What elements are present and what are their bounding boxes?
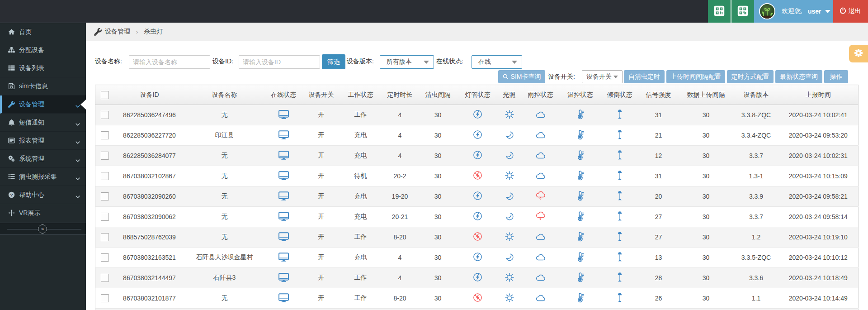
cogs-icon xyxy=(8,155,15,162)
topbar-right: 欢迎您, user 退出 xyxy=(708,0,868,23)
col-header: 雨控状态 xyxy=(521,85,561,105)
col-header: 在线状态 xyxy=(264,85,303,105)
moon-icon xyxy=(505,150,514,162)
bolt-on-icon xyxy=(473,252,482,263)
cell-rain xyxy=(521,166,561,186)
device-id-input[interactable] xyxy=(239,55,320,69)
filter-button[interactable]: 筛选 xyxy=(322,54,345,69)
device-name-input[interactable] xyxy=(129,55,210,69)
cell-signal: 20 xyxy=(639,186,678,207)
col-header: 定时时长 xyxy=(382,85,419,105)
cell-clean_interval: 30 xyxy=(419,268,458,288)
cell-light xyxy=(498,166,521,186)
auto-clean-timer-button[interactable]: 自清虫定时 xyxy=(624,70,665,83)
row-checkbox[interactable] xyxy=(101,294,109,302)
cell-upload_interval: 30 xyxy=(678,166,734,186)
cell-clean_interval: 30 xyxy=(419,186,458,207)
moon-icon xyxy=(505,130,514,141)
bolt-off-icon xyxy=(473,293,482,304)
col-header: 设备版本 xyxy=(734,85,778,105)
cloud-icon xyxy=(535,130,546,141)
floor-lamp-icon xyxy=(617,129,623,142)
sidebar-item-设备管理[interactable]: 设备管理 xyxy=(0,95,86,114)
col-header: 设备开关 xyxy=(303,85,340,105)
device-switch-label: 设备开关: xyxy=(548,73,575,81)
cell-id: 862285036247496 xyxy=(114,105,185,125)
upload-interval-config-button[interactable]: 上传时间间隔配置 xyxy=(666,70,725,83)
list-ol-icon xyxy=(8,173,15,180)
row-checkbox[interactable] xyxy=(101,152,109,160)
floppy-icon xyxy=(8,83,15,90)
device-version-select[interactable]: 所有版本 xyxy=(380,55,434,69)
chevron-down-icon xyxy=(75,157,80,164)
cell-name: 无 xyxy=(185,166,264,186)
row-checkbox[interactable] xyxy=(101,253,109,262)
row-checkbox[interactable] xyxy=(101,192,109,200)
cell-duration: 8-20 xyxy=(382,227,419,248)
qrcode-button-1[interactable] xyxy=(708,0,731,23)
qrcode-button-2[interactable] xyxy=(731,0,754,23)
sidebar-item-VR展示[interactable]: VR展示 xyxy=(0,204,86,222)
thermometer-icon xyxy=(576,191,585,203)
user-menu[interactable]: 欢迎您, user xyxy=(754,0,833,23)
cell-clean_interval: 30 xyxy=(419,146,458,166)
sidebar-item-系统管理[interactable]: 系统管理 xyxy=(0,150,86,168)
breadcrumb-section[interactable]: 设备管理 xyxy=(105,28,130,36)
cell-upload_interval: 30 xyxy=(678,207,734,227)
floor-lamp-icon xyxy=(617,231,623,243)
row-checkbox[interactable] xyxy=(101,131,109,139)
sidebar-item-分配设备[interactable]: 分配设备 xyxy=(0,41,86,59)
sidebar-item-报表管理[interactable]: 报表管理 xyxy=(0,132,86,150)
sidebar-item-设备列表[interactable]: 设备列表 xyxy=(0,59,86,77)
cell-work_status: 工作 xyxy=(340,105,382,125)
settings-gear-button[interactable] xyxy=(849,45,868,62)
cell-online xyxy=(264,268,303,288)
cell-rain xyxy=(521,227,561,248)
logout-button[interactable]: 退出 xyxy=(833,0,868,23)
monitor-icon xyxy=(278,110,289,121)
select-all-checkbox[interactable] xyxy=(101,91,109,99)
cell-name: 无 xyxy=(185,227,264,248)
sim-query-button[interactable]: SIM卡查询 xyxy=(498,70,545,83)
moon-icon xyxy=(505,252,514,263)
sidebar-item-病虫测报采集[interactable]: 病虫测报采集 xyxy=(0,168,86,186)
cell-upload_interval: 30 xyxy=(678,248,734,268)
col-header: 数据上传间隔 xyxy=(678,85,734,105)
row-checkbox[interactable] xyxy=(101,213,109,221)
active-notch xyxy=(80,100,86,110)
cell-duration: 4 xyxy=(382,125,419,146)
operate-button[interactable]: 操作 xyxy=(824,70,848,83)
table-row: 867038032090260无 开充电19-2030 20303.3.9202… xyxy=(95,186,859,207)
device-switch-select[interactable]: 设备开关 xyxy=(582,70,623,83)
timer-mode-config-button[interactable]: 定时方式配置 xyxy=(727,70,774,83)
sidebar-item-sim卡信息[interactable]: sim卡信息 xyxy=(0,77,86,95)
row-checkbox[interactable] xyxy=(101,111,109,119)
row-checkbox[interactable] xyxy=(101,274,109,282)
chevron-down-icon xyxy=(75,120,80,128)
latest-status-query-button[interactable]: 最新状态查询 xyxy=(775,70,822,83)
cell-duration: 4 xyxy=(382,105,419,125)
col-header-checkbox xyxy=(95,85,114,105)
cell-name: 无 xyxy=(185,186,264,207)
cell-id: 867038032102867 xyxy=(114,166,185,186)
bolt-on-icon xyxy=(473,150,482,161)
collapse-sidebar-button[interactable]: « xyxy=(38,224,47,234)
row-checkbox[interactable] xyxy=(101,233,109,241)
cell-upload_interval: 30 xyxy=(678,105,734,125)
cell-id: 862285036284077 xyxy=(114,146,185,166)
cell-version: 3.3.9 xyxy=(734,186,778,207)
online-status-select[interactable]: 在线 xyxy=(472,55,522,69)
cell-temp xyxy=(561,207,600,227)
cell-rain xyxy=(521,146,561,166)
cell-work_status: 工作 xyxy=(340,268,382,288)
sidebar-item-帮助中心[interactable]: ?帮助中心 xyxy=(0,186,86,204)
cell-work_status: 待机 xyxy=(340,166,382,186)
sidebar-item-短信通知[interactable]: 短信通知 xyxy=(0,114,86,132)
bolt-on-icon xyxy=(473,272,482,283)
sidebar-item-首页[interactable]: 首页 xyxy=(0,23,86,41)
device-name-label: 设备名称: xyxy=(95,57,122,66)
row-checkbox[interactable] xyxy=(101,172,109,180)
cell-clean_interval: 30 xyxy=(419,166,458,186)
cell-rain xyxy=(521,268,561,288)
cell-tilt xyxy=(600,166,639,186)
